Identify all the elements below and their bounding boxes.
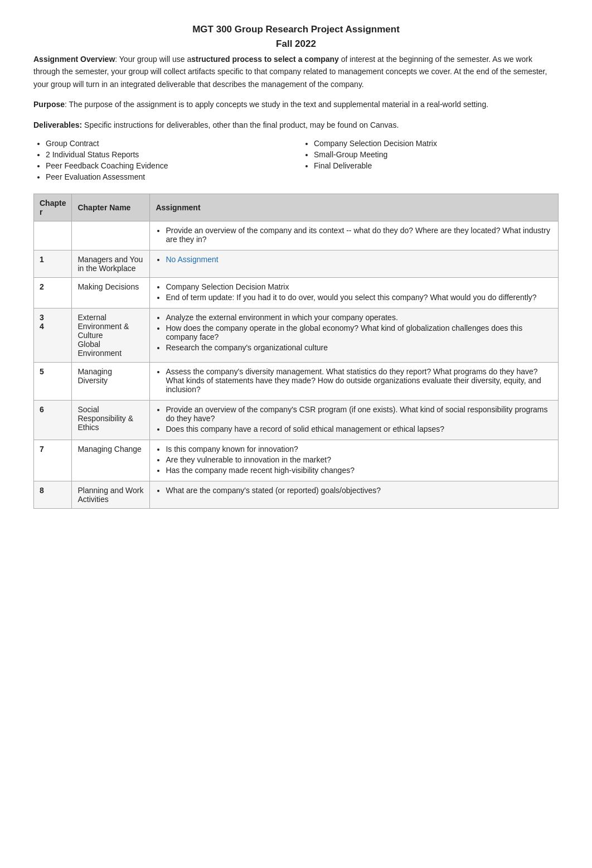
chapter-name: Making Decisions: [72, 277, 150, 308]
chapter-name: Managers and You in the Workplace: [72, 250, 150, 277]
assignment-item: Analyze the external environment in whic…: [166, 313, 552, 322]
assignment-item: What are the company's stated (or report…: [166, 486, 552, 495]
assignment-overview-section: Assignment Overview: Your group will use…: [33, 53, 559, 90]
assignment-cell: Analyze the external environment in whic…: [150, 308, 559, 362]
table-header-name: Chapter Name: [72, 194, 150, 221]
assignment-item: Are they vulnerable to innovation in the…: [166, 455, 552, 464]
chapter-name: Managing Diversity: [72, 362, 150, 400]
assignment-overview-label: Assignment Overview: [33, 55, 115, 64]
assignment-cell: Provide an overview of the company's CSR…: [150, 400, 559, 440]
chapter-number: [34, 221, 72, 250]
deliverables-col-2: Company Selection Decision MatrixSmall-G…: [302, 139, 559, 184]
table-row: 8Planning and Work ActivitiesWhat are th…: [34, 481, 559, 508]
assignment-cell: Company Selection Decision MatrixEnd of …: [150, 277, 559, 308]
chapter-name: External Environment & Culture Global En…: [72, 308, 150, 362]
assignment-cell: No Assignment: [150, 250, 559, 277]
assignment-cell: Provide an overview of the company and i…: [150, 221, 559, 250]
assignment-item: Provide an overview of the company's CSR…: [166, 405, 552, 423]
assignment-cell: Assess the company's diversity managemen…: [150, 362, 559, 400]
table-row: 7Managing ChangeIs this company known fo…: [34, 440, 559, 481]
chapter-number: 5: [34, 362, 72, 400]
page-title: MGT 300 Group Research Project Assignmen…: [33, 22, 559, 51]
deliverable-item: Company Selection Decision Matrix: [314, 139, 559, 148]
assignment-item: Research the company's organizational cu…: [166, 343, 552, 352]
deliverables-section: Deliverables: Specific instructions for …: [33, 119, 559, 131]
assignment-item: Provide an overview of the company and i…: [166, 226, 552, 244]
assignment-item: Is this company known for innovation?: [166, 445, 552, 454]
chapter-name: [72, 221, 150, 250]
deliverable-item: Final Deliverable: [314, 161, 559, 170]
no-assignment-item: No Assignment: [166, 255, 552, 264]
deliverables-col-1: Group Contract2 Individual Status Report…: [33, 139, 290, 184]
assignment-cell: What are the company's stated (or report…: [150, 481, 559, 508]
deliverable-item: Peer Feedback Coaching Evidence: [46, 161, 290, 170]
table-row: 6Social Responsibility & EthicsProvide a…: [34, 400, 559, 440]
assignment-item: Has the company made recent high-visibil…: [166, 466, 552, 475]
chapter-number: 1: [34, 250, 72, 277]
assignment-item: End of term update: If you had it to do …: [166, 293, 552, 302]
structured-process-text: structured process to select a company: [191, 55, 339, 64]
table-header-chapter: Chapter: [34, 194, 72, 221]
deliverable-item: Small-Group Meeting: [314, 150, 559, 159]
chapter-number: 2: [34, 277, 72, 308]
assignment-item: Does this company have a record of solid…: [166, 425, 552, 433]
deliverable-item: 2 Individual Status Reports: [46, 150, 290, 159]
assignment-cell: Is this company known for innovation?Are…: [150, 440, 559, 481]
deliverables-list: Group Contract2 Individual Status Report…: [33, 139, 559, 184]
assignment-item: Assess the company's diversity managemen…: [166, 367, 552, 394]
deliverable-item: Group Contract: [46, 139, 290, 148]
table-row: Provide an overview of the company and i…: [34, 221, 559, 250]
assignment-item: Company Selection Decision Matrix: [166, 282, 552, 291]
chapter-name: Managing Change: [72, 440, 150, 481]
chapter-number: 8: [34, 481, 72, 508]
table-row: 2Making DecisionsCompany Selection Decis…: [34, 277, 559, 308]
purpose-label: Purpose: [33, 100, 65, 109]
chapter-number: 6: [34, 400, 72, 440]
deliverable-item: Peer Evaluation Assessment: [46, 172, 290, 181]
table-row: 5Managing DiversityAssess the company's …: [34, 362, 559, 400]
deliverables-label: Deliverables:: [33, 120, 82, 129]
chapter-number: 7: [34, 440, 72, 481]
chapter-name: Planning and Work Activities: [72, 481, 150, 508]
table-row: 1Managers and You in the WorkplaceNo Ass…: [34, 250, 559, 277]
purpose-section: Purpose: The purpose of the assignment i…: [33, 98, 559, 110]
chapter-name: Social Responsibility & Ethics: [72, 400, 150, 440]
assignments-table: Chapter Chapter Name Assignment Provide …: [33, 194, 559, 509]
table-header-assignment: Assignment: [150, 194, 559, 221]
chapter-number: 3 4: [34, 308, 72, 362]
table-row: 3 4External Environment & Culture Global…: [34, 308, 559, 362]
assignment-item: How does the company operate in the glob…: [166, 324, 552, 341]
